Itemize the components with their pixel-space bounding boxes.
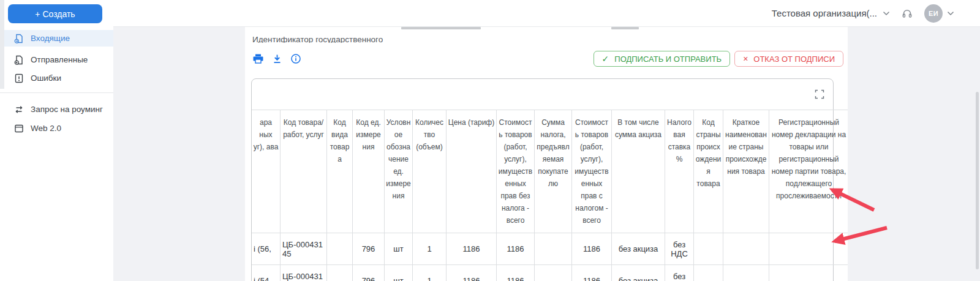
sidebar-item-label: Запрос на роуминг <box>31 105 103 114</box>
column-header: ара ных уг), ава <box>252 110 281 233</box>
column-header: Условное обозначение ед. измерения <box>385 110 413 233</box>
cell: 1186 <box>572 233 612 265</box>
column-header: Налоговая ставка % <box>665 110 694 233</box>
cell <box>769 265 848 281</box>
sidebar-item-inbox[interactable]: Входящие <box>0 30 113 47</box>
window-edge-strip <box>0 0 4 89</box>
clipped-document-text: Идентификатор государственного <box>252 34 510 43</box>
account-menu-chevron-icon[interactable] <box>947 11 954 16</box>
table-header-row: ара ных уг), аваКод товара/ работ, услуг… <box>252 110 848 233</box>
incoming-document-icon <box>13 33 24 44</box>
cell: 1186 <box>572 265 612 281</box>
cell: 1186 <box>497 233 535 265</box>
scrollbar[interactable] <box>976 92 979 269</box>
cell: 796 <box>353 233 385 265</box>
cell <box>694 233 723 265</box>
sidebar-item-web[interactable]: Web 2.0 <box>0 120 113 137</box>
table-row: i (54,ЦБ-00043145796шт1118611861186без а… <box>252 265 848 281</box>
check-icon: ✓ <box>602 54 609 64</box>
cell: 1 <box>413 233 447 265</box>
cell: ЦБ-00043145 <box>281 233 327 265</box>
sidebar-item-label: Ошибки <box>31 73 61 83</box>
table-body: i (56,ЦБ-00043145796шт1118611861186без а… <box>252 233 848 281</box>
clipped-text-fragment <box>401 27 481 29</box>
avatar[interactable]: ЕИ <box>924 4 943 23</box>
column-header: Код вида товара <box>327 110 353 233</box>
sidebar: + Создать Входящие Отправленные Ошибки З… <box>0 0 113 281</box>
download-icon[interactable] <box>272 53 282 64</box>
sidebar-item-errors[interactable]: Ошибки <box>0 70 113 86</box>
browser-window-icon <box>13 123 24 134</box>
sidebar-divider <box>0 92 113 93</box>
org-selector[interactable]: Тестовая организация(... <box>772 8 890 18</box>
close-icon: × <box>743 54 748 64</box>
cell: i (54, <box>252 265 281 281</box>
sidebar-item-label: Отправленные <box>31 55 88 64</box>
chevron-down-icon <box>883 11 890 16</box>
annotation-arrow-row <box>835 228 887 241</box>
column-header: Цена (тариф) <box>447 110 497 233</box>
cell: без акциза <box>612 233 665 265</box>
annotation-arrows <box>818 176 903 253</box>
document-toolbar: ✓ ПОДПИСАТЬ И ОТПРАВИТЬ × ОТКАЗ ОТ ПОДПИ… <box>252 50 843 67</box>
cell <box>327 233 353 265</box>
top-header-bar: Тестовая организация(... ЕИ <box>0 0 980 27</box>
sidebar-item-sent[interactable]: Отправленные <box>0 51 113 68</box>
sidebar-item-roaming[interactable]: Запрос на роуминг <box>0 101 113 118</box>
column-header: Код страны происхождения товара <box>694 110 723 233</box>
cell: 1186 <box>447 265 497 281</box>
cell: 796 <box>353 265 385 281</box>
cell: 1186 <box>447 233 497 265</box>
cell <box>723 265 769 281</box>
cell: ЦБ-00043145 <box>281 265 327 281</box>
column-header: Код ед. измерения <box>353 110 385 233</box>
annotation-arrow-header <box>832 190 874 210</box>
decline-signature-button[interactable]: × ОТКАЗ ОТ ПОДПИСИ <box>734 51 843 67</box>
roaming-arrows-icon <box>13 104 24 115</box>
error-icon <box>13 73 24 84</box>
fullscreen-icon[interactable] <box>815 89 824 99</box>
cell <box>723 233 769 265</box>
cell <box>535 265 572 281</box>
cell <box>535 233 572 265</box>
column-header: Стоимость товаров (работ, услуг), имущес… <box>572 110 612 233</box>
cell: без НДС <box>665 265 694 281</box>
cell: 1186 <box>497 265 535 281</box>
column-header: Код товара/ работ, услуг <box>281 110 327 233</box>
cell: 1 <box>413 265 447 281</box>
table-row: i (56,ЦБ-00043145796шт1118611861186без а… <box>252 233 848 265</box>
table-toolbar <box>252 79 833 110</box>
cell <box>327 265 353 281</box>
column-header: Сумма налога, предъявляемая покупателю <box>535 110 572 233</box>
support-headphones-icon[interactable] <box>901 7 913 19</box>
column-header: Стоимость товаров (работ, услуг), имущес… <box>497 110 535 233</box>
sent-document-icon <box>13 54 24 66</box>
items-table: ара ных уг), аваКод товара/ работ, услуг… <box>252 110 848 281</box>
sidebar-item-label: Web 2.0 <box>31 124 61 133</box>
org-name: Тестовая организация(... <box>772 8 877 18</box>
cell: без НДС <box>665 233 694 265</box>
column-header: Краткое наименование страны происхождени… <box>723 110 769 233</box>
cell: шт <box>385 265 413 281</box>
sidebar-item-label: Входящие <box>31 34 70 43</box>
column-header: В том числе сумма акциза <box>612 110 665 233</box>
cell: без акциза <box>612 265 665 281</box>
cell <box>694 265 723 281</box>
print-icon[interactable] <box>252 53 264 64</box>
column-header: Количество (объем) <box>413 110 447 233</box>
document-panel: Идентификатор государственного ✓ ПОДПИСА… <box>245 27 848 281</box>
items-table-card: ара ных уг), аваКод товара/ работ, услуг… <box>251 78 834 281</box>
sign-and-send-button[interactable]: ✓ ПОДПИСАТЬ И ОТПРАВИТЬ <box>594 51 731 67</box>
cell: i (56, <box>252 233 281 265</box>
cell: шт <box>385 233 413 265</box>
info-icon[interactable] <box>290 53 301 64</box>
create-button[interactable]: + Создать <box>8 4 102 23</box>
clipped-text-fragment <box>611 27 639 29</box>
